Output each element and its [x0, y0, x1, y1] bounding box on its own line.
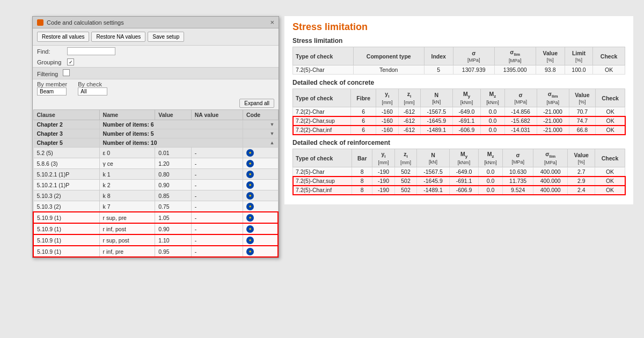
chapter2-row[interactable]: Chapter 2 Number of items: 6 ▼	[33, 120, 278, 129]
stress-col-index: Index	[424, 47, 453, 65]
reinforcement-row-highlighted: 7.2(5)-Char,sup 8 -190 502 -1645.9 -691.…	[293, 177, 625, 186]
c-sigma: -15.682	[504, 116, 537, 126]
na-cell: -	[191, 190, 243, 201]
concrete-subtitle: Detailed check of concrete	[292, 79, 625, 86]
c-fibre: 6	[351, 116, 376, 126]
filter-row: By member Beam By check All	[33, 79, 279, 97]
value-cell: 0.95	[155, 246, 192, 257]
by-member-select[interactable]: Beam	[37, 87, 67, 95]
c-sigmalim: -21.000	[537, 126, 569, 135]
c-col-My: My[kNm]	[452, 89, 481, 107]
c-N: -1645.9	[420, 116, 452, 126]
r-col-Mz: Mz[kNm]	[478, 149, 502, 167]
code-cell: ★	[243, 223, 278, 234]
c-yi: -160	[376, 116, 398, 126]
value-cell: 0.75	[155, 201, 192, 212]
value-cell: 0.80	[155, 169, 192, 180]
r-col-My: My[kNm]	[450, 149, 479, 167]
c-sigmalim: -21.000	[537, 116, 569, 126]
na-cell: -	[191, 246, 243, 257]
code-cell: ★	[243, 212, 278, 223]
code-cell: ★	[243, 148, 278, 158]
grouping-label: Grouping	[37, 59, 64, 65]
filtering-checkbox[interactable]	[63, 69, 70, 76]
c-zi: -612	[398, 126, 420, 135]
r-col-sigma: σ[MPa]	[503, 149, 533, 167]
by-check-select[interactable]: All	[78, 87, 107, 95]
c-fibre: 6	[351, 107, 376, 116]
table-row-highlighted: 5.10.9 (1) r inf, pre 0.95 - ★	[33, 246, 278, 257]
r-col-value: Value[%]	[568, 149, 595, 167]
r-col-zi: zi[mm]	[395, 149, 417, 167]
c-sigma: -14.031	[504, 126, 537, 135]
r-yi: -190	[372, 177, 394, 186]
restore-all-button[interactable]: Restore all values	[37, 32, 89, 42]
stress-table-row: 7.2(5)-Char Tendon 5 1307.939 1395.000 9…	[293, 65, 625, 75]
find-row: Find:	[33, 46, 279, 57]
na-cell: -	[191, 180, 243, 190]
find-input[interactable]	[67, 47, 115, 55]
value-cell: 1.20	[155, 158, 192, 169]
chapter2-label: Chapter 2	[33, 120, 99, 129]
table-row-highlighted: 5.10.9 (1) r sup, post 1.10 - ★	[33, 234, 278, 246]
save-setup-button[interactable]: Save setup	[148, 32, 184, 42]
name-cell: k 8	[99, 190, 155, 201]
name-cell: r sup, pre	[99, 212, 155, 223]
right-panel: Stress limitation Stress limitation Type…	[284, 16, 633, 204]
code-calculation-dialog: Code and calculation settings × Restore …	[32, 16, 279, 258]
col-name: Name	[99, 110, 155, 120]
r-check: OK	[595, 186, 625, 195]
expand-all-button[interactable]: Expand all	[239, 99, 274, 108]
r-type: 7.2(5)-Char,inf	[293, 186, 352, 195]
r-N: -1489.1	[416, 186, 449, 195]
clause-cell: 5.10.9 (1)	[33, 234, 99, 246]
r-N: -1645.9	[416, 177, 449, 186]
na-cell: -	[191, 212, 243, 223]
stress-check: OK	[593, 65, 625, 75]
table-row-highlighted: 5.10.9 (1) r inf, post 0.90 - ★	[33, 223, 278, 234]
stress-limit: 100.0	[565, 65, 592, 75]
c-sigmalim: -21.000	[537, 107, 569, 116]
concrete-row-highlighted: 7.2(2)-Char,inf 6 -160 -612 -1489.1 -606…	[293, 126, 625, 135]
r-sigma: 11.735	[503, 177, 533, 186]
c-My: -606.9	[452, 126, 481, 135]
value-cell: 0.90	[155, 180, 192, 190]
table-row: 5.10.2.1 (1)P k 1 0.80 - ★	[33, 169, 278, 180]
chapter5-row[interactable]: Chapter 5 Number of items: 10 ▲	[33, 138, 278, 148]
clause-cell: 5.10.2.1 (1)P	[33, 169, 99, 180]
grouping-checkbox[interactable]: ✓	[67, 58, 74, 65]
r-bar: 8	[352, 186, 372, 195]
dialog-close-button[interactable]: ×	[270, 19, 274, 26]
reinforcement-table: Type of check Bar yi[mm] zi[mm] N[kN] My…	[292, 149, 625, 195]
dialog-titlebar-left: Code and calculation settings	[37, 19, 124, 26]
r-sigmalim: 400.000	[533, 177, 568, 186]
chapter5-label: Chapter 5	[33, 138, 99, 148]
r-col-N: N[kN]	[416, 149, 449, 167]
chapter2-chevron: ▼	[243, 120, 278, 129]
col-code: Code	[243, 110, 278, 120]
r-col-check: Check	[595, 149, 625, 167]
clause-cell: 5.10.9 (1)	[33, 212, 99, 223]
value-cell: 0.01	[155, 148, 192, 158]
code-cell: ★	[243, 234, 278, 246]
by-member-group: By member Beam	[37, 81, 67, 95]
chapter5-count: Number of items: 10	[99, 138, 243, 148]
c-yi: -160	[376, 107, 398, 116]
grouping-row: Grouping ✓	[33, 57, 279, 67]
stress-col-value: Value[%]	[536, 47, 565, 65]
r-sigma: 9.524	[503, 186, 533, 195]
c-col-type: Type of check	[293, 89, 351, 107]
r-zi: 502	[395, 177, 417, 186]
dialog-toolbar: Restore all values Restore NA values Sav…	[33, 28, 279, 46]
c-type: 7.2(2)-Char,inf	[293, 126, 351, 135]
r-N: -1567.5	[416, 167, 449, 177]
stress-index: 5	[424, 65, 453, 75]
restore-na-button[interactable]: Restore NA values	[91, 32, 145, 42]
table-header-row: Clause Name Value NA value Code	[33, 110, 278, 120]
r-check: OK	[595, 177, 625, 186]
c-col-Mz: Mz[kNm]	[481, 89, 504, 107]
by-check-label: By check	[78, 81, 107, 87]
chapter3-row[interactable]: Chapter 3 Number of items: 5 ▼	[33, 129, 278, 138]
na-cell: -	[191, 223, 243, 234]
table-row: 5.10.3 (2) k 7 0.75 - ★	[33, 201, 278, 212]
